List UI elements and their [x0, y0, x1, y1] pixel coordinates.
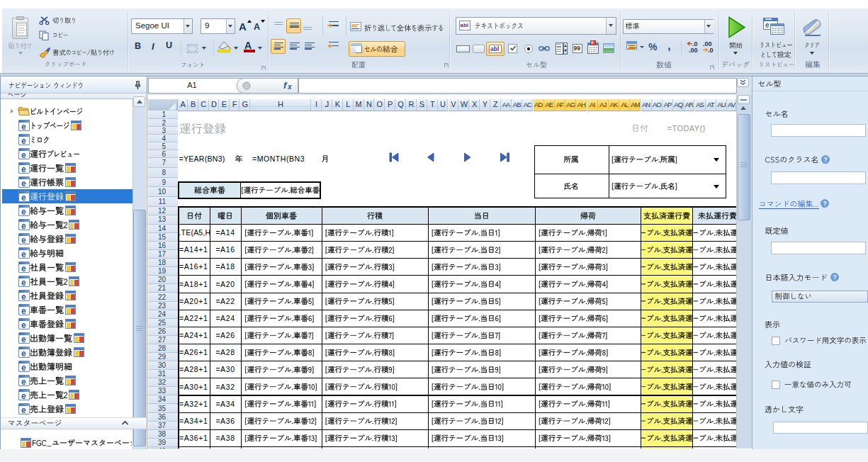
- svg-text:?: ?: [833, 274, 836, 281]
- svg-text:?: ?: [824, 156, 828, 163]
- svg-text:?: ?: [823, 200, 826, 207]
